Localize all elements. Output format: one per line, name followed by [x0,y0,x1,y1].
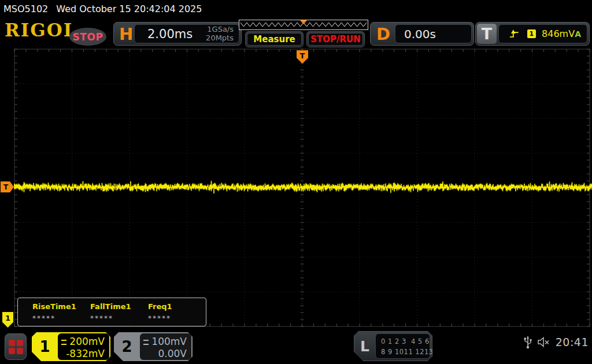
model-name: MSO5102 [3,3,48,14]
menu-grid-icon [9,340,23,354]
acquisition-info: 1GSa/s 20Mpts [206,25,234,42]
waveform-display [0,47,592,328]
trigger-level-value: 846mV [542,28,575,39]
dc-coupling-icon [143,340,149,345]
channel1-scale: 200mV [69,336,105,347]
trigger-source-badge: 1 [527,29,536,38]
measurement-results-panel[interactable]: RiseTime1 ***** FallTime1 ***** Freq1 **… [17,298,206,326]
delay-panel[interactable]: D 0.00s [370,22,474,46]
sample-rate: 1GSa/s [206,25,234,34]
channel2-scale: 100mV [151,336,187,347]
measurement-item: Freq1 ***** [148,298,206,326]
usb-icon[interactable] [524,335,532,349]
channel2-panel[interactable]: 2 100mV 0.00V [114,332,193,361]
menu-grid-button[interactable] [5,333,27,360]
rising-edge-icon [509,29,519,39]
trigger-inset: 1 846mV A [498,24,587,43]
oscilloscope-screen: MSO5102 Wed October 15 20:42:04 2025 RIG… [0,0,592,364]
measurement-value: ***** [148,314,206,322]
rigol-logo: RIGOL [5,20,77,40]
channel1-number: 1 [32,332,58,361]
measurement-value: ***** [32,314,90,322]
logic-channels-list: 0 1 2 3 4 5 6 7 8 9 1011 12131415 [375,333,430,359]
logic-row-0-7: 0 1 2 3 4 5 6 7 [381,337,430,347]
trigger-mode: A [575,29,581,39]
title-bar: MSO5102 Wed October 15 20:42:04 2025 [0,0,592,17]
logic-row-8-15: 8 9 1011 12131415 [381,347,430,358]
datetime-label: Wed October 15 20:42:04 2025 [56,3,202,14]
status-icons: 20:41 [524,335,589,349]
run-state-badge: STOP [69,28,106,46]
measure-button-label: Measure [253,34,295,44]
waveform-overview-strip[interactable] [239,20,368,30]
delay-value: 0.00s [404,27,436,41]
channel1-panel[interactable]: 1 200mV -832mV [32,332,110,361]
channel1-offset: -832mV [61,348,105,359]
delay-label: D [376,26,390,43]
measurement-value: ***** [90,314,148,322]
clock-label: 20:41 [556,336,589,348]
delay-inset: 0.00s [395,24,472,43]
logic-label: L [354,332,375,361]
measurement-item: FallTime1 ***** [90,298,148,326]
graticule-and-waveform [0,47,592,328]
measurement-label: FallTime1 [90,302,148,311]
channel2-settings: 100mV 0.00V [140,333,191,360]
bottom-bar: 1 200mV -832mV 2 100mV 0.00V L [0,328,592,364]
measure-button[interactable]: Measure [245,31,304,47]
trigger-position-mini-marker-icon[interactable] [300,20,307,24]
timebase-value: 2.00ms [147,27,193,41]
channel1-settings: 200mV -832mV [58,333,109,360]
header-bar: RIGOL STOP H 2.00ms 1GSa/s 20Mpts Measur… [0,17,592,47]
sound-muted-icon[interactable] [537,337,550,347]
horizontal-inset: 2.00ms 1GSa/s 20Mpts [134,24,239,43]
memory-depth: 20Mpts [206,34,234,43]
channel2-number: 2 [114,332,140,361]
measurement-label: Freq1 [148,302,206,311]
stop-run-button-label: STOP/RUN [310,34,361,44]
channel2-offset: 0.00V [143,348,187,359]
horizontal-panel[interactable]: H 2.00ms 1GSa/s 20Mpts [113,22,242,46]
horizontal-label: H [119,26,133,43]
measurement-item: RiseTime1 ***** [32,298,90,326]
measurement-label: RiseTime1 [32,302,90,311]
dc-coupling-icon [61,340,66,345]
logic-channels-panel[interactable]: L 0 1 2 3 4 5 6 7 8 9 1011 12131415 [354,331,432,361]
trigger-panel[interactable]: T 1 846mV A [475,22,590,46]
trigger-label: T [477,24,497,44]
stop-run-button[interactable]: STOP/RUN [306,31,365,47]
